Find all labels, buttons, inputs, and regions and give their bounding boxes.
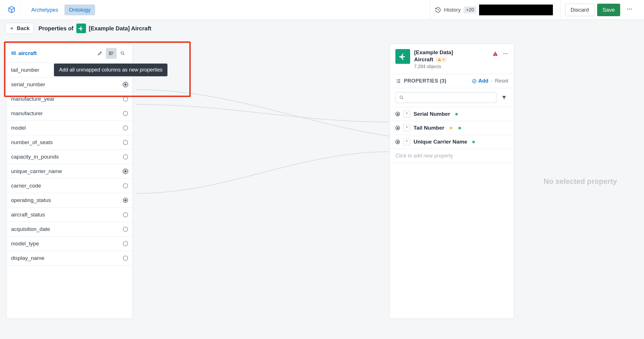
mapping-indicator[interactable] (123, 227, 128, 232)
column-row[interactable]: serial_number (7, 77, 133, 92)
redacted-region (479, 5, 553, 15)
property-name: Serial Number (414, 111, 450, 117)
arrow-left-icon (9, 26, 14, 31)
error-icon[interactable] (492, 51, 498, 56)
svg-point-14 (507, 53, 507, 54)
column-name: manufacture_year (11, 96, 123, 102)
mapping-indicator[interactable] (123, 212, 128, 217)
property-indicator (395, 140, 400, 144)
add-property-placeholder[interactable]: Click to add new property (390, 149, 514, 163)
property-row[interactable]: ❞Serial Number (390, 107, 514, 121)
search-row (390, 88, 514, 107)
column-row[interactable]: manufacturer (7, 106, 133, 121)
actions-section: Discard Save (560, 0, 641, 20)
column-row[interactable]: capacity_in_pounds (7, 150, 133, 164)
column-name: operating_status (11, 197, 123, 203)
pencil-icon (97, 51, 102, 56)
back-label: Back (17, 25, 30, 31)
mapping-indicator[interactable] (123, 241, 128, 246)
back-button[interactable]: Back (5, 23, 34, 34)
column-row[interactable]: model_type (7, 237, 133, 251)
svg-point-12 (504, 53, 504, 54)
type-string-icon: ❞ (403, 125, 410, 131)
section-title: PROPERTIES (3) (404, 78, 469, 84)
column-row[interactable]: number_of_seats (7, 135, 133, 150)
source-header: aircraft (7, 44, 133, 63)
discard-button[interactable]: Discard (565, 4, 594, 16)
app-logo[interactable] (3, 0, 20, 20)
properties-section-header: PROPERTIES (3) Add | Reset (390, 74, 514, 88)
object-title-line2: Aircraft (414, 56, 433, 63)
warning-badge[interactable] (436, 57, 446, 62)
column-name: unique_carrier_name (11, 168, 123, 174)
add-all-unmapped-button[interactable] (106, 48, 117, 59)
breadcrumb-prefix: Properties of (38, 25, 73, 32)
tab-archetypes[interactable]: Archetypes (27, 5, 63, 15)
reset-button[interactable]: Reset (495, 78, 508, 84)
add-property-button[interactable]: Add (472, 78, 488, 84)
more-icon[interactable] (623, 6, 636, 14)
mapping-indicator[interactable] (123, 140, 128, 145)
mapping-indicator[interactable] (123, 125, 128, 130)
column-row[interactable]: unique_carrier_name (7, 164, 133, 179)
mapping-indicator[interactable] (123, 111, 128, 116)
svg-rect-10 (495, 53, 496, 54)
mapping-indicator[interactable] (123, 82, 128, 87)
property-list: ❞Serial Number❞Tail Number★❞Unique Carri… (390, 107, 514, 149)
history-section[interactable]: History +20 (430, 0, 557, 20)
column-row[interactable]: carrier_code (7, 179, 133, 193)
svg-rect-4 (12, 54, 16, 54)
list-icon (395, 78, 401, 84)
top-bar: Archetypes Ontology History +20 Discard … (0, 0, 644, 20)
warning-icon (437, 58, 441, 62)
save-button[interactable]: Save (597, 4, 620, 16)
source-name[interactable]: aircraft (11, 50, 92, 56)
svg-rect-8 (439, 59, 439, 60)
search-columns-button[interactable] (117, 48, 128, 59)
mapping-indicator[interactable] (123, 198, 128, 203)
mapping-indicator[interactable] (123, 154, 128, 159)
no-selection-message: No selected property (522, 44, 638, 319)
column-row[interactable]: model (7, 121, 133, 135)
more-icon[interactable] (503, 51, 508, 56)
property-search-field[interactable] (407, 95, 493, 100)
plane-icon (395, 49, 410, 64)
svg-rect-9 (439, 60, 439, 61)
svg-point-0 (627, 9, 628, 10)
mapping-indicator[interactable] (123, 256, 128, 261)
object-count: 7,284 objects (414, 64, 488, 69)
property-indicator (395, 112, 400, 116)
svg-rect-6 (109, 54, 111, 55)
column-row[interactable]: aircraft_status (7, 208, 133, 222)
mapping-indicator[interactable] (123, 183, 128, 188)
type-string-icon: ❞ (403, 111, 410, 117)
property-row[interactable]: ❞Tail Number★ (390, 121, 514, 135)
edit-source-button[interactable] (95, 48, 105, 59)
status-dot (458, 127, 461, 129)
column-row[interactable]: display_name (7, 251, 133, 266)
plane-icon (76, 24, 86, 33)
column-name: model_type (11, 241, 123, 247)
star-icon: ★ (449, 125, 453, 131)
source-columns-panel: aircraft tail_numberserial_numbermanufac… (6, 44, 133, 319)
property-search-input[interactable] (395, 92, 496, 103)
column-name: model (11, 125, 123, 131)
breadcrumb: Properties of [Example Data] Aircraft (38, 24, 151, 33)
view-tabs: Archetypes Ontology (24, 5, 98, 15)
mapping-indicator[interactable] (123, 169, 128, 174)
column-name: capacity_in_pounds (11, 154, 123, 160)
cube-icon (7, 6, 16, 14)
object-header: [Example Data] Aircraft 7,284 objects (390, 44, 514, 74)
column-row[interactable]: manufacture_year (7, 92, 133, 106)
status-dot (472, 141, 475, 143)
column-name: acquisition_date (11, 226, 123, 232)
filter-button[interactable] (500, 92, 508, 103)
column-row[interactable]: acquisition_date (7, 222, 133, 237)
tab-ontology[interactable]: Ontology (64, 5, 95, 15)
property-row[interactable]: ❞Unique Carrier Name (390, 135, 514, 149)
status-dot (455, 113, 458, 115)
svg-point-16 (400, 96, 402, 98)
column-name: carrier_code (11, 183, 123, 189)
column-row[interactable]: operating_status (7, 193, 133, 208)
mapping-indicator[interactable] (123, 96, 128, 102)
